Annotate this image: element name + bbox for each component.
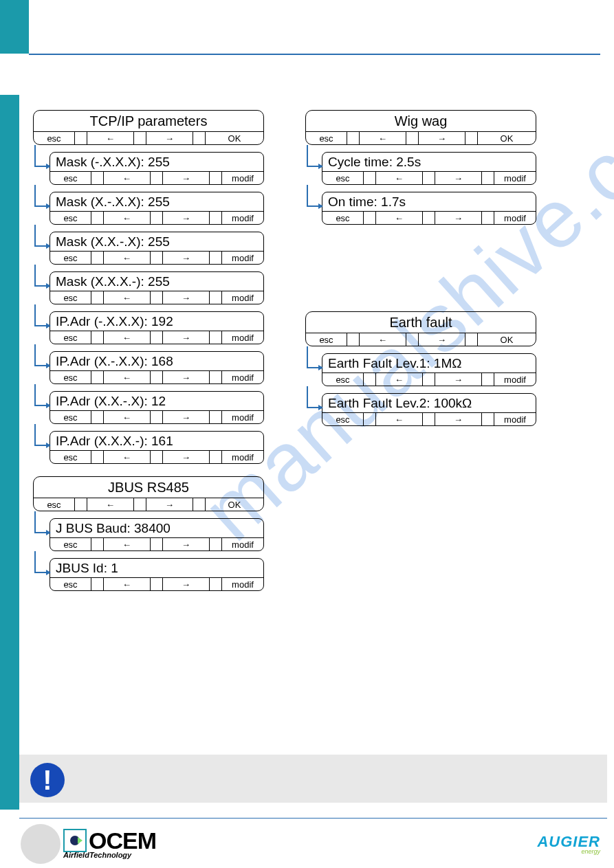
right-arrow-button[interactable]: →	[146, 498, 193, 511]
right-arrow-button[interactable]: →	[163, 538, 210, 550]
ok-button[interactable]: OK	[478, 333, 536, 346]
right-arrow-button[interactable]: →	[163, 451, 210, 463]
esc-button[interactable]: esc	[306, 132, 347, 144]
left-arrow-button[interactable]: ←	[87, 132, 134, 144]
modif-button[interactable]: modif	[222, 411, 263, 423]
left-arrow-button[interactable]: ←	[104, 252, 151, 264]
esc-button[interactable]: esc	[50, 538, 91, 550]
right-arrow-button[interactable]: →	[163, 331, 210, 344]
modif-button[interactable]: modif	[222, 451, 263, 463]
ok-button[interactable]: OK	[206, 498, 263, 511]
arrow-icon	[34, 145, 50, 167]
left-arrow-button[interactable]: ←	[360, 132, 406, 144]
menu-title: Wig wag	[306, 111, 536, 132]
left-arrow-button[interactable]: ←	[104, 331, 151, 344]
menu-item: Mask (X.X.-.X): 255esc←→modif	[50, 232, 264, 265]
right-arrow-button[interactable]: →	[146, 132, 193, 144]
spacer	[151, 578, 163, 590]
left-arrow-button[interactable]: ←	[376, 172, 423, 184]
button-row: esc←→modif	[50, 331, 263, 344]
left-arrow-button[interactable]: ←	[104, 411, 151, 423]
left-arrow-button[interactable]: ←	[376, 413, 423, 425]
esc-button[interactable]: esc	[50, 212, 91, 224]
left-arrow-button[interactable]: ←	[376, 373, 423, 386]
menu-item-wrap: Mask (X.X.X.-): 255esc←→modif	[50, 271, 264, 304]
right-arrow-button[interactable]: →	[435, 373, 482, 386]
ok-button[interactable]: OK	[478, 132, 536, 144]
button-row: esc←→modif	[50, 451, 263, 463]
left-arrow-button[interactable]: ←	[104, 291, 151, 304]
modif-button[interactable]: modif	[222, 212, 263, 224]
menu-item-label: Mask (-.X.X.X): 255	[50, 153, 263, 172]
left-arrow-button[interactable]: ←	[104, 451, 151, 463]
esc-button[interactable]: esc	[50, 172, 91, 184]
right-arrow-button[interactable]: →	[435, 172, 482, 184]
spacer	[210, 451, 222, 463]
right-arrow-button[interactable]: →	[163, 291, 210, 304]
right-arrow-button[interactable]: →	[163, 578, 210, 590]
esc-button[interactable]: esc	[322, 172, 364, 184]
content-area: TCP/IP parametersesc←→OKMask (-.X.X.X): …	[33, 110, 595, 591]
esc-button[interactable]: esc	[50, 291, 91, 304]
esc-button[interactable]: esc	[34, 498, 75, 511]
modif-button[interactable]: modif	[222, 371, 263, 383]
right-arrow-button[interactable]: →	[163, 212, 210, 224]
right-arrow-button[interactable]: →	[163, 252, 210, 264]
left-arrow-button[interactable]: ←	[104, 371, 151, 383]
modif-button[interactable]: modif	[494, 373, 536, 386]
left-arrow-button[interactable]: ←	[360, 333, 406, 346]
esc-button[interactable]: esc	[322, 212, 364, 224]
spacer	[91, 172, 104, 184]
right-arrow-button[interactable]: →	[435, 413, 482, 425]
esc-button[interactable]: esc	[306, 333, 347, 346]
left-arrow-button[interactable]: ←	[104, 578, 151, 590]
esc-button[interactable]: esc	[322, 413, 364, 425]
esc-button[interactable]: esc	[50, 451, 91, 463]
arrow-icon	[34, 225, 50, 247]
left-arrow-button[interactable]: ←	[104, 212, 151, 224]
esc-button[interactable]: esc	[50, 371, 91, 383]
menu-item: Mask (X.-.X.X): 255esc←→modif	[50, 192, 264, 225]
button-row: esc←→modif	[322, 373, 536, 386]
esc-button[interactable]: esc	[50, 578, 91, 590]
modif-button[interactable]: modif	[222, 331, 263, 344]
spacer	[465, 333, 478, 346]
left-arrow-button[interactable]: ←	[376, 212, 423, 224]
right-arrow-button[interactable]: →	[163, 172, 210, 184]
menu-item: IP.Adr (X.-.X.X): 168esc←→modif	[50, 351, 264, 384]
menu-item-label: Earth Fault Lev.1: 1MΩ	[322, 354, 536, 373]
modif-button[interactable]: modif	[494, 172, 536, 184]
right-arrow-button[interactable]: →	[163, 371, 210, 383]
notice-icon: !	[30, 763, 65, 797]
esc-button[interactable]: esc	[34, 132, 75, 144]
esc-button[interactable]: esc	[50, 252, 91, 264]
esc-button[interactable]: esc	[50, 331, 91, 344]
menu-item-wrap: Mask (X.-.X.X): 255esc←→modif	[50, 192, 264, 225]
esc-button[interactable]: esc	[322, 373, 364, 386]
menu-block: Earth faultesc←→OKEarth Fault Lev.1: 1MΩ…	[305, 311, 536, 426]
menu-item: Mask (X.X.X.-): 255esc←→modif	[50, 271, 264, 304]
right-arrow-button[interactable]: →	[419, 132, 465, 144]
menu-item-label: Cycle time: 2.5s	[322, 153, 536, 172]
button-row: esc←→modif	[50, 371, 263, 383]
modif-button[interactable]: modif	[222, 578, 263, 590]
modif-button[interactable]: modif	[222, 252, 263, 264]
right-arrow-button[interactable]: →	[163, 411, 210, 423]
button-row: esc←→modif	[50, 291, 263, 304]
left-arrow-button[interactable]: ←	[104, 172, 151, 184]
right-arrow-button[interactable]: →	[419, 333, 465, 346]
modif-button[interactable]: modif	[494, 212, 536, 224]
modif-button[interactable]: modif	[222, 172, 263, 184]
spacer	[210, 371, 222, 383]
left-arrow-button[interactable]: ←	[87, 498, 134, 511]
menu-item-wrap: JBUS Id: 1esc←→modif	[50, 558, 264, 591]
left-arrow-button[interactable]: ←	[104, 538, 151, 550]
ok-button[interactable]: OK	[206, 132, 263, 144]
menu-block: TCP/IP parametersesc←→OKMask (-.X.X.X): …	[33, 110, 264, 464]
esc-button[interactable]: esc	[50, 411, 91, 423]
button-row: esc←→OK	[306, 333, 536, 346]
modif-button[interactable]: modif	[222, 291, 263, 304]
right-arrow-button[interactable]: →	[435, 212, 482, 224]
modif-button[interactable]: modif	[494, 413, 536, 425]
modif-button[interactable]: modif	[222, 538, 263, 550]
